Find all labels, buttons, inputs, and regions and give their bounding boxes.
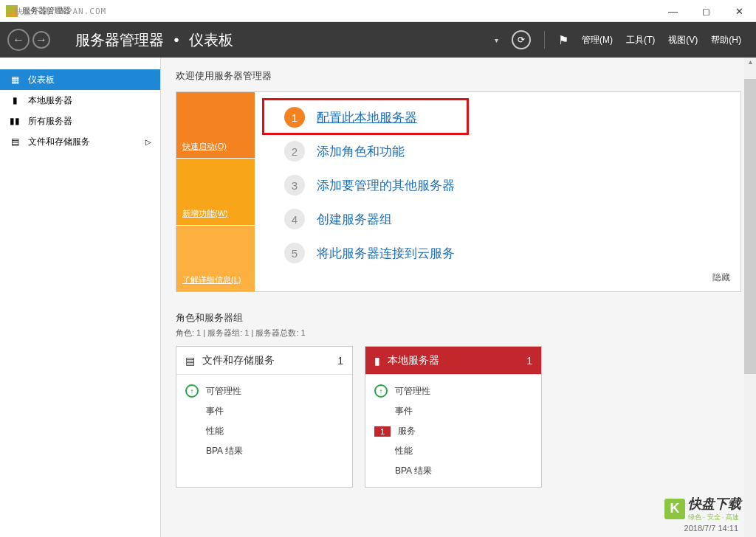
tile-title: 文件和存储服务	[202, 354, 275, 367]
steps-panel: 1 配置此本地服务器 2 添加角色和功能 3 添加要管理的其他服务器 4 创建服…	[255, 92, 740, 291]
tiles-row: ▤ 文件和存储服务 1 ↑可管理性 事件 性能 BPA 结果 ▮ 本地服务器 1	[176, 346, 741, 488]
nav-forward-button[interactable]: →	[32, 31, 50, 49]
sidebar-label: 仪表板	[28, 74, 55, 86]
timestamp: 2018/7/7 14:11	[684, 524, 738, 533]
dashboard-icon: ▦	[9, 74, 21, 86]
roles-title: 角色和服务器组	[176, 311, 741, 325]
step-number: 5	[284, 243, 305, 263]
close-button[interactable]: ✕	[723, 0, 756, 22]
watermark-text: 快盘下载 KKPAN.COM	[15, 6, 106, 17]
tile-count: 1	[337, 355, 343, 367]
roles-subtitle: 角色: 1 | 服务器组: 1 | 服务器总数: 1	[176, 328, 741, 339]
logo-subtext: 绿色 · 安全 · 高速	[688, 513, 741, 522]
logo-text: 快盘下载	[688, 495, 741, 513]
tile-row-manageability[interactable]: ↑可管理性	[185, 381, 343, 401]
tile-row-bpa[interactable]: BPA 结果	[185, 441, 343, 461]
logo-k-icon: K	[664, 499, 685, 519]
watermark-logo: K 快盘下载 绿色 · 安全 · 高速	[664, 495, 741, 522]
tile-row-performance[interactable]: 性能	[374, 441, 532, 461]
content-area: 欢迎使用服务器管理器 快速启动(Q) 新增功能(W) 了解详细信息(L) 1 配…	[161, 58, 756, 537]
step-text: 创建服务器组	[317, 211, 392, 228]
step-text: 将此服务器连接到云服务	[317, 245, 455, 262]
step-add-roles[interactable]: 2 添加角色和功能	[284, 141, 711, 162]
step-cloud-connect[interactable]: 5 将此服务器连接到云服务	[284, 243, 711, 263]
maximize-button[interactable]: ◻	[690, 0, 723, 22]
tile-header: ▮ 本地服务器 1	[365, 347, 541, 375]
step-number: 3	[284, 175, 305, 195]
menu-tools[interactable]: 工具(T)	[626, 34, 655, 46]
flag-icon[interactable]: ⚑	[558, 33, 568, 47]
status-up-icon: ↑	[374, 384, 388, 398]
breadcrumb: 服务器管理器 • 仪表板	[72, 30, 495, 50]
tile-row-events[interactable]: 事件	[374, 401, 532, 421]
sidebar-item-local-server[interactable]: ▮ 本地服务器	[0, 90, 160, 111]
highlight-annotation	[262, 98, 469, 135]
tile-row-services[interactable]: 1服务	[374, 421, 532, 441]
tab-quick-start[interactable]: 快速启动(Q)	[176, 92, 255, 158]
chevron-right-icon: ▷	[145, 138, 151, 146]
menu-help[interactable]: 帮助(H)	[711, 34, 741, 46]
alert-badge: 1	[374, 426, 391, 437]
step-number: 4	[284, 209, 305, 229]
servers-icon: ▮▮	[9, 115, 21, 127]
nav-back-button[interactable]: ←	[7, 29, 30, 51]
storage-icon: ▤	[9, 136, 21, 148]
refresh-icon[interactable]: ⟳	[512, 30, 531, 49]
dropdown-icon[interactable]: ▾	[495, 36, 498, 44]
sidebar-label: 文件和存储服务	[28, 136, 90, 148]
tile-title: 本地服务器	[388, 354, 439, 367]
step-text: 添加角色和功能	[317, 143, 405, 160]
status-up-icon: ↑	[185, 384, 199, 398]
server-icon: ▮	[9, 94, 21, 106]
scrollbar[interactable]: ▴	[744, 58, 756, 537]
step-create-group[interactable]: 4 创建服务器组	[284, 209, 711, 229]
server-icon: ▮	[374, 355, 380, 367]
hide-link[interactable]: 隐藏	[712, 271, 730, 284]
tile-count: 1	[526, 355, 532, 367]
breadcrumb-separator: •	[174, 32, 179, 48]
step-number: 2	[284, 141, 305, 162]
tile-row-events[interactable]: 事件	[185, 401, 343, 421]
sidebar-item-all-servers[interactable]: ▮▮ 所有服务器	[0, 111, 160, 131]
titlebar: 服务器管理器 快盘下载 KKPAN.COM — ◻ ✕	[0, 0, 756, 22]
divider	[544, 31, 545, 49]
sidebar-item-dashboard[interactable]: ▦ 仪表板	[0, 69, 160, 90]
sidebar: ▦ 仪表板 ▮ 本地服务器 ▮▮ 所有服务器 ▤ 文件和存储服务 ▷	[0, 58, 161, 537]
minimize-button[interactable]: —	[656, 0, 690, 22]
tab-whats-new[interactable]: 新增功能(W)	[176, 158, 255, 225]
tile-file-storage[interactable]: ▤ 文件和存储服务 1 ↑可管理性 事件 性能 BPA 结果	[176, 346, 353, 488]
scroll-thumb[interactable]	[744, 79, 756, 374]
welcome-box: 快速启动(Q) 新增功能(W) 了解详细信息(L) 1 配置此本地服务器 2 添…	[176, 91, 741, 292]
step-text: 添加要管理的其他服务器	[317, 177, 455, 194]
storage-icon: ▤	[185, 355, 195, 367]
welcome-title: 欢迎使用服务器管理器	[176, 69, 741, 83]
menu-view[interactable]: 视图(V)	[668, 34, 698, 46]
tab-learn-more[interactable]: 了解详细信息(L)	[176, 226, 255, 291]
breadcrumb-app[interactable]: 服务器管理器	[75, 32, 164, 48]
tile-row-bpa[interactable]: BPA 结果	[374, 461, 532, 481]
breadcrumb-page[interactable]: 仪表板	[189, 32, 233, 48]
tile-header: ▤ 文件和存储服务 1	[176, 347, 352, 375]
step-add-servers[interactable]: 3 添加要管理的其他服务器	[284, 175, 711, 195]
sidebar-item-file-storage[interactable]: ▤ 文件和存储服务 ▷	[0, 131, 160, 152]
tile-row-performance[interactable]: 性能	[185, 421, 343, 441]
sidebar-label: 所有服务器	[28, 115, 72, 128]
tile-row-manageability[interactable]: ↑可管理性	[374, 381, 532, 401]
menu-manage[interactable]: 管理(M)	[582, 34, 613, 46]
tile-local-server[interactable]: ▮ 本地服务器 1 ↑可管理性 事件 1服务 性能 BPA 结果	[365, 346, 542, 488]
header-bar: ← → 服务器管理器 • 仪表板 ▾ ⟳ ⚑ 管理(M) 工具(T) 视图(V)…	[0, 22, 756, 58]
sidebar-label: 本地服务器	[28, 94, 72, 107]
